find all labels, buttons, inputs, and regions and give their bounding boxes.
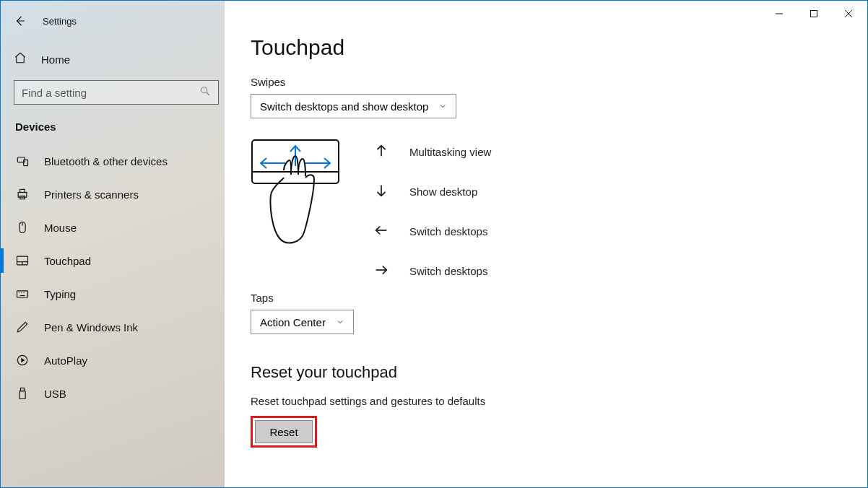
arrow-left-icon (373, 222, 389, 240)
reset-heading: Reset your touchpad (251, 363, 867, 382)
search-input[interactable] (22, 87, 199, 99)
reset-highlight-frame: Reset (251, 416, 317, 448)
svg-rect-4 (20, 189, 25, 192)
taps-dropdown[interactable]: Action Center (251, 310, 354, 334)
sidebar-item-typing[interactable]: Typing (1, 277, 225, 310)
taps-label: Taps (251, 292, 867, 304)
gesture-up-label: Multitasking view (409, 146, 491, 158)
svg-rect-11 (17, 291, 28, 297)
arrow-up-icon (373, 143, 389, 161)
sidebar-item-mouse[interactable]: Mouse (1, 211, 225, 244)
sidebar-item-label: Printers & scanners (44, 188, 139, 201)
page-title: Touchpad (251, 35, 867, 60)
autoplay-icon (15, 353, 30, 367)
gesture-right: Switch desktops (373, 262, 491, 280)
gesture-right-label: Switch desktops (409, 265, 487, 277)
sidebar-item-pen[interactable]: Pen & Windows Ink (1, 310, 225, 344)
mouse-icon (15, 220, 30, 235)
back-button[interactable] (14, 14, 27, 27)
window-title: Settings (43, 16, 77, 27)
touchpad-icon (15, 253, 30, 268)
svg-point-0 (201, 87, 207, 93)
sidebar-item-usb[interactable]: USB (1, 377, 225, 410)
sidebar-item-touchpad[interactable]: Touchpad (1, 244, 225, 277)
svg-rect-2 (24, 160, 28, 165)
svg-rect-17 (21, 388, 25, 391)
close-button[interactable] (833, 4, 864, 24)
content-pane: Touchpad Swipes Switch desktops and show… (225, 1, 867, 487)
search-icon (199, 85, 211, 100)
gesture-down: Show desktop (373, 183, 491, 201)
sidebar-item-label: Bluetooth & other devices (44, 155, 168, 167)
sidebar-item-label: Pen & Windows Ink (44, 321, 138, 334)
svg-rect-20 (811, 11, 817, 17)
sidebar-item-label: AutoPlay (44, 354, 87, 367)
reset-description: Reset touchpad settings and gestures to … (251, 395, 867, 407)
gesture-down-label: Show desktop (409, 186, 477, 198)
gesture-direction-list: Multitasking view Show desktop Switch de… (373, 143, 491, 280)
gesture-left: Switch desktops (373, 222, 491, 240)
sidebar-item-autoplay[interactable]: AutoPlay (1, 344, 225, 377)
taps-dropdown-value: Action Center (260, 316, 326, 328)
swipes-dropdown-value: Switch desktops and show desktop (260, 100, 428, 113)
search-box[interactable] (14, 80, 219, 105)
sidebar-item-bluetooth[interactable]: Bluetooth & other devices (1, 144, 225, 178)
arrow-down-icon (373, 183, 389, 201)
sidebar-item-label: Typing (44, 288, 76, 300)
home-icon (14, 51, 27, 67)
bluetooth-icon (15, 154, 30, 168)
sidebar-item-label: USB (44, 388, 66, 400)
gesture-left-label: Switch desktops (409, 225, 487, 238)
swipes-dropdown[interactable]: Switch desktops and show desktop (251, 94, 456, 118)
keyboard-icon (15, 287, 30, 301)
sidebar-item-label: Mouse (44, 222, 77, 234)
sidebar-nav: Bluetooth & other devices Printers & sca… (1, 144, 225, 410)
swipes-label: Swipes (251, 76, 867, 88)
sidebar-home-label: Home (41, 53, 70, 66)
sidebar-home[interactable]: Home (1, 45, 225, 73)
arrow-right-icon (373, 262, 389, 280)
svg-rect-3 (18, 193, 27, 198)
sidebar-item-label: Touchpad (44, 255, 91, 267)
reset-button[interactable]: Reset (255, 420, 313, 443)
svg-rect-18 (19, 391, 25, 399)
pen-icon (15, 320, 30, 334)
touchpad-gesture-illustration (251, 139, 340, 277)
gesture-up: Multitasking view (373, 143, 491, 161)
minimize-button[interactable] (763, 4, 795, 24)
sidebar-item-printers[interactable]: Printers & scanners (1, 178, 225, 211)
chevron-down-icon (336, 316, 344, 328)
chevron-down-icon (438, 100, 447, 113)
printer-icon (15, 187, 30, 201)
maximize-button[interactable] (798, 4, 830, 24)
sidebar: Settings Home Devices Bluetooth & other … (1, 1, 225, 487)
usb-icon (15, 386, 30, 401)
sidebar-section-heading: Devices (1, 105, 225, 140)
